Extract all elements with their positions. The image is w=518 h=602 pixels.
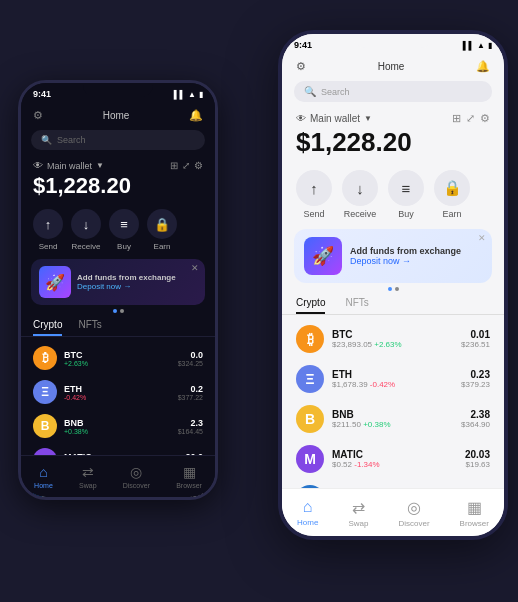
send-label-dark: Send: [39, 242, 58, 251]
crypto-item-eth-dark[interactable]: Ξ ETH -0.42% 0.2 $377.22: [21, 375, 215, 409]
bnb-name-dark: BNB: [64, 418, 171, 428]
eth-value-light: 0.23 $379.23: [461, 369, 490, 389]
nav-browser-dark[interactable]: ▦ Browser: [176, 464, 202, 489]
bnb-value-light: 2.38 $364.90: [461, 409, 490, 429]
swap-icon-light: ⇄: [352, 498, 365, 517]
banner-dark: 🚀 Add funds from exchange Deposit now → …: [31, 259, 205, 305]
discover-icon-dark: ◎: [130, 464, 142, 480]
nav-discover-light[interactable]: ◎ Discover: [398, 498, 429, 528]
notification-icon-dark[interactable]: 🔔: [189, 109, 203, 122]
bnb-info-light: BNB $211.50 +0.38%: [332, 409, 453, 429]
wallet-balance-dark: $1,228.20: [33, 173, 203, 199]
receive-label-dark: Receive: [72, 242, 101, 251]
earn-button-light[interactable]: 🔒 Earn: [434, 170, 470, 219]
expand-icon-dark[interactable]: ⤢: [182, 160, 190, 171]
crypto-item-btc-dark[interactable]: ₿ BTC +2.63% 0.0 $324.25: [21, 341, 215, 375]
eth-sub-dark: -0.42%: [64, 394, 171, 401]
actions-dark: ↑ Send ↓ Receive ≡ Buy 🔒 Earn: [21, 209, 215, 251]
search-icon-light: 🔍: [304, 86, 316, 97]
notification-icon-light[interactable]: 🔔: [476, 60, 490, 73]
tab-nfts-dark[interactable]: NFTs: [78, 319, 101, 336]
wallet-dropdown-icon-dark[interactable]: ▼: [96, 161, 104, 170]
buy-button-light[interactable]: ≡ Buy: [388, 170, 424, 219]
search-icon-dark: 🔍: [41, 135, 52, 145]
settings2-icon-light[interactable]: ⚙: [480, 112, 490, 125]
nav-swap-label-dark: Swap: [79, 482, 97, 489]
search-bar-light[interactable]: 🔍 Search: [294, 81, 492, 102]
banner-link-light[interactable]: Deposit now →: [350, 256, 461, 266]
crypto-item-matic-light[interactable]: M MATIC $0.52 -1.34% 20.03 $19.63: [282, 439, 504, 479]
matic-icon-light: M: [296, 445, 324, 473]
notch-dark: [83, 83, 153, 97]
notch-light: [353, 34, 433, 48]
matic-sub-light: $0.52 -1.34%: [332, 460, 457, 469]
receive-button-dark[interactable]: ↓ Receive: [71, 209, 101, 251]
nav-browser-label-dark: Browser: [176, 482, 202, 489]
wallet-label-dark: 👁 Main wallet ▼ ⊞ ⤢ ⚙: [33, 160, 203, 171]
bnb-info-dark: BNB +0.38%: [64, 418, 171, 435]
settings-icon-light[interactable]: ⚙: [296, 60, 306, 73]
nav-home-dark[interactable]: ⌂ Home: [34, 464, 53, 489]
banner-close-light[interactable]: ✕: [478, 233, 486, 243]
crypto-item-bnb-dark[interactable]: B BNB +0.38% 2.3 $164.45: [21, 409, 215, 443]
wallet-name-light: Main wallet: [310, 113, 360, 124]
signal-icon-light: ▌▌: [463, 41, 474, 50]
btc-name-dark: BTC: [64, 350, 171, 360]
status-bar-light: 9:41 ▌▌ ▲ ▮: [282, 34, 504, 56]
nav-home-light[interactable]: ⌂ Home: [297, 498, 318, 527]
header-title-dark: Home: [103, 110, 130, 121]
nav-home-label-light: Home: [297, 518, 318, 527]
banner-title-light: Add funds from exchange: [350, 246, 461, 256]
receive-button-light[interactable]: ↓ Receive: [342, 170, 378, 219]
header-title-light: Home: [378, 61, 405, 72]
btc-name-light: BTC: [332, 329, 453, 340]
battery-icon: ▮: [199, 90, 203, 99]
settings2-icon-dark[interactable]: ⚙: [194, 160, 203, 171]
earn-button-dark[interactable]: 🔒 Earn: [147, 209, 177, 251]
home-icon-dark: ⌂: [39, 464, 47, 480]
light-phone: 9:41 ▌▌ ▲ ▮ ⚙ Home 🔔 🔍 Search 👁 Main wal…: [278, 30, 508, 540]
buy-button-dark[interactable]: ≡ Buy: [109, 209, 139, 251]
send-button-light[interactable]: ↑ Send: [296, 170, 332, 219]
nav-browser-light[interactable]: ▦ Browser: [460, 498, 489, 528]
crypto-item-eth-light[interactable]: Ξ ETH $1,678.39 -0.42% 0.23 $379.23: [282, 359, 504, 399]
earn-icon-light: 🔒: [434, 170, 470, 206]
send-icon-dark: ↑: [33, 209, 63, 239]
nav-discover-label-light: Discover: [398, 519, 429, 528]
btc-value-dark: 0.0 $324.25: [178, 350, 203, 367]
buy-icon-light: ≡: [388, 170, 424, 206]
eye-icon-light[interactable]: 👁: [296, 113, 306, 124]
eye-icon-dark[interactable]: 👁: [33, 160, 43, 171]
status-icons-dark: ▌▌ ▲ ▮: [174, 90, 203, 99]
nav-swap-dark[interactable]: ⇄ Swap: [79, 464, 97, 489]
wifi-icon-light: ▲: [477, 41, 485, 50]
send-button-dark[interactable]: ↑ Send: [33, 209, 63, 251]
earn-label-dark: Earn: [154, 242, 171, 251]
receive-label-light: Receive: [344, 209, 377, 219]
crypto-item-bnb-light[interactable]: B BNB $211.50 +0.38% 2.38 $364.90: [282, 399, 504, 439]
btc-value-light: 0.01 $236.51: [461, 329, 490, 349]
search-bar-dark[interactable]: 🔍 Search: [31, 130, 205, 150]
home-icon-light: ⌂: [303, 498, 313, 516]
copy-icon-light[interactable]: ⊞: [452, 112, 461, 125]
banner-close-dark[interactable]: ✕: [191, 263, 199, 273]
eth-name-light: ETH: [332, 369, 453, 380]
eth-info-dark: ETH -0.42%: [64, 384, 171, 401]
actions-light: ↑ Send ↓ Receive ≡ Buy 🔒 Earn: [282, 170, 504, 219]
settings-icon-dark[interactable]: ⚙: [33, 109, 43, 122]
tab-nfts-light[interactable]: NFTs: [345, 297, 368, 314]
banner-link-dark[interactable]: Deposit now →: [77, 282, 176, 291]
tab-crypto-light[interactable]: Crypto: [296, 297, 325, 314]
copy-icon-dark[interactable]: ⊞: [170, 160, 178, 171]
crypto-item-btc-light[interactable]: ₿ BTC $23,893.05 +2.63% 0.01 $236.51: [282, 319, 504, 359]
wallet-balance-light: $1,228.20: [296, 127, 490, 158]
nav-swap-light[interactable]: ⇄ Swap: [348, 498, 368, 528]
buy-icon-dark: ≡: [109, 209, 139, 239]
dark-phone: 9:41 ▌▌ ▲ ▮ ⚙ Home 🔔 🔍 Search 👁 Main wal…: [18, 80, 218, 500]
wallet-dropdown-icon-light[interactable]: ▼: [364, 114, 372, 123]
expand-icon-light[interactable]: ⤢: [466, 112, 475, 125]
tab-crypto-dark[interactable]: Crypto: [33, 319, 62, 336]
btc-info-light: BTC $23,893.05 +2.63%: [332, 329, 453, 349]
nav-discover-dark[interactable]: ◎ Discover: [123, 464, 150, 489]
bnb-value-dark: 2.3 $164.45: [178, 418, 203, 435]
